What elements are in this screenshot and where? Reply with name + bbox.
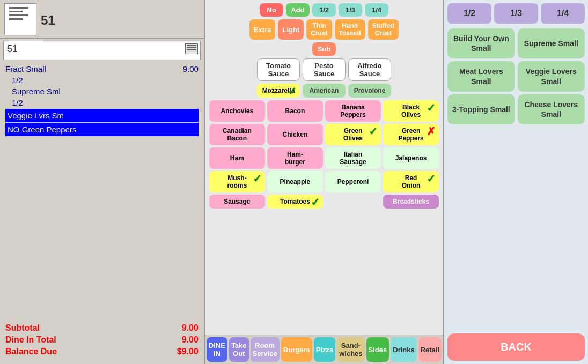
supreme-small[interactable]: Supreme Small [518, 28, 585, 58]
alfredo-sauce-button[interactable]: AlfredoSauce [348, 58, 391, 81]
order-display-text: 51 [7, 43, 18, 54]
dine-in-line: Dine In Total 9.00 [5, 335, 199, 345]
build-your-own-small[interactable]: Build Your Own Small [447, 28, 514, 58]
balance-value: $9.00 [177, 347, 199, 356]
burgers-nav[interactable]: Burgers [281, 337, 312, 362]
right-quarter-button[interactable]: 1/4 [541, 3, 585, 24]
order-totals: Subtotal 9.00 Dine In Total 9.00 Balance… [0, 318, 204, 364]
table-number: 51 [41, 13, 55, 28]
receipt-header: 51 [0, 0, 204, 39]
mozzarella-button[interactable]: Mozzarella [257, 84, 300, 98]
pesto-sauce-button[interactable]: PestoSauce [303, 58, 346, 81]
green-peppers-button[interactable]: GreenPeppers [383, 124, 439, 145]
thin-crust-button[interactable]: ThinCrust [306, 19, 332, 40]
left-panel: 51 51 Fract Small 9.00 1/2 Supreme Sml 1… [0, 0, 205, 364]
veggie-lvrs-sm[interactable]: Veggie Lvrs Sm [5, 109, 199, 122]
cheese-row: Mozzarella American Provolone [207, 84, 441, 98]
subtotal-line: Subtotal 9.00 [5, 323, 199, 333]
mushrooms-button[interactable]: Mush-rooms [209, 171, 265, 192]
dine-in-nav[interactable]: DINEIN [207, 337, 227, 362]
three-topping-small[interactable]: 3-Topping Small [447, 94, 514, 124]
ham-button[interactable]: Ham [209, 147, 265, 169]
no-button[interactable]: No [260, 3, 283, 17]
veggie-lovers-small[interactable]: Veggie Lovers Small [518, 61, 585, 91]
topping-grid: Anchovies Bacon BananaPeppers BlackOlive… [207, 100, 441, 209]
no-green-peppers[interactable]: NO Green Peppers [5, 123, 199, 136]
sub-button[interactable]: Sub [312, 42, 336, 56]
quarter-button[interactable]: 1/4 [365, 3, 388, 17]
fract-small-label: Fract Small [5, 63, 46, 75]
right-half-button[interactable]: 1/2 [447, 3, 491, 24]
order-display: 51 [3, 41, 201, 60]
modifier-row-3: Sub [207, 42, 441, 56]
chicken-button[interactable]: Chicken [267, 124, 323, 145]
tomatoes-button[interactable]: Tomatoes [267, 195, 323, 209]
american-button[interactable]: American [303, 84, 346, 98]
empty-slot [325, 195, 381, 209]
half-button[interactable]: 1/2 [312, 3, 336, 17]
jalapenos-button[interactable]: Jalapenos [383, 147, 439, 169]
modifier-row-2: Extra Light ThinCrust HandTossed Stuffed… [207, 19, 441, 40]
hamburger-button[interactable]: Ham-burger [267, 147, 323, 169]
red-onion-button[interactable]: RedOnion [383, 171, 439, 192]
tomato-sauce-button[interactable]: TomatoSauce [257, 58, 300, 81]
drinks-nav[interactable]: Drinks [391, 337, 416, 362]
light-button[interactable]: Light [278, 19, 304, 40]
dine-in-value: 9.00 [182, 335, 199, 345]
back-button[interactable]: BACK [447, 333, 585, 361]
sauce-row: TomatoSauce PestoSauce AlfredoSauce [207, 58, 441, 81]
extra-button[interactable]: Extra [249, 19, 276, 40]
banana-peppers-button[interactable]: BananaPeppers [325, 100, 381, 122]
balance-label: Balance Due [5, 347, 57, 356]
supreme-sml: Supreme Sml [5, 86, 199, 97]
right-panel: 1/2 1/3 1/4 Build Your Own Small Supreme… [444, 0, 588, 364]
receipt-icon [4, 3, 36, 35]
center-panel: No Add 1/2 1/3 1/4 Extra Light ThinCrust… [205, 0, 444, 364]
right-third-button[interactable]: 1/3 [494, 3, 538, 24]
breadsticks-button[interactable]: Breadsticks [383, 195, 439, 209]
sandwiches-nav[interactable]: Sand-wiches [337, 337, 364, 362]
take-out-nav[interactable]: TakeOut [229, 337, 249, 362]
pineapple-button[interactable]: Pineapple [267, 171, 323, 192]
cheese-lovers-small[interactable]: Cheese Lovers Small [518, 94, 585, 124]
half-1: 1/2 [5, 75, 199, 86]
half-2: 1/2 [5, 97, 199, 108]
fract-small-item[interactable]: Fract Small 9.00 [5, 63, 199, 75]
add-button[interactable]: Add [286, 3, 310, 17]
black-olives-button[interactable]: BlackOlives [383, 100, 439, 122]
green-olives-button[interactable]: GreenOlives [325, 124, 381, 145]
room-service-nav[interactable]: RoomService [251, 337, 280, 362]
provolone-button[interactable]: Provolone [348, 84, 391, 98]
order-icon [185, 43, 198, 54]
italian-sausage-button[interactable]: ItalianSausage [325, 147, 381, 169]
bottom-nav: DINEIN TakeOut RoomService Burgers Pizza… [205, 335, 443, 364]
pizza-options: Build Your Own Small Supreme Small Meat … [447, 28, 585, 331]
fraction-row: 1/2 1/3 1/4 [447, 3, 585, 24]
sausage-button[interactable]: Sausage [209, 195, 265, 209]
balance-line: Balance Due $9.00 [5, 347, 199, 356]
pizza-nav[interactable]: Pizza [314, 337, 336, 362]
meat-lovers-small[interactable]: Meat Lovers Small [447, 61, 514, 91]
topping-area: No Add 1/2 1/3 1/4 Extra Light ThinCrust… [205, 0, 443, 335]
canadian-bacon-button[interactable]: CanadianBacon [209, 124, 265, 145]
stuffed-crust-button[interactable]: StuffedCrust [368, 19, 399, 40]
bacon-button[interactable]: Bacon [267, 100, 323, 122]
pepperoni-button[interactable]: Pepperoni [325, 171, 381, 192]
modifier-row-1: No Add 1/2 1/3 1/4 [207, 3, 441, 17]
hand-tossed-button[interactable]: HandTossed [335, 19, 365, 40]
fract-small-amount: 9.00 [183, 63, 199, 75]
sides-nav[interactable]: Sides [366, 337, 389, 362]
dine-in-label: Dine In Total [5, 335, 56, 345]
subtotal-value: 9.00 [182, 323, 199, 333]
third-button[interactable]: 1/3 [339, 3, 362, 17]
order-items: Fract Small 9.00 1/2 Supreme Sml 1/2 Veg… [0, 60, 204, 318]
subtotal-label: Subtotal [5, 323, 40, 333]
retail-nav[interactable]: Retail [418, 337, 442, 362]
anchovies-button[interactable]: Anchovies [209, 100, 265, 122]
